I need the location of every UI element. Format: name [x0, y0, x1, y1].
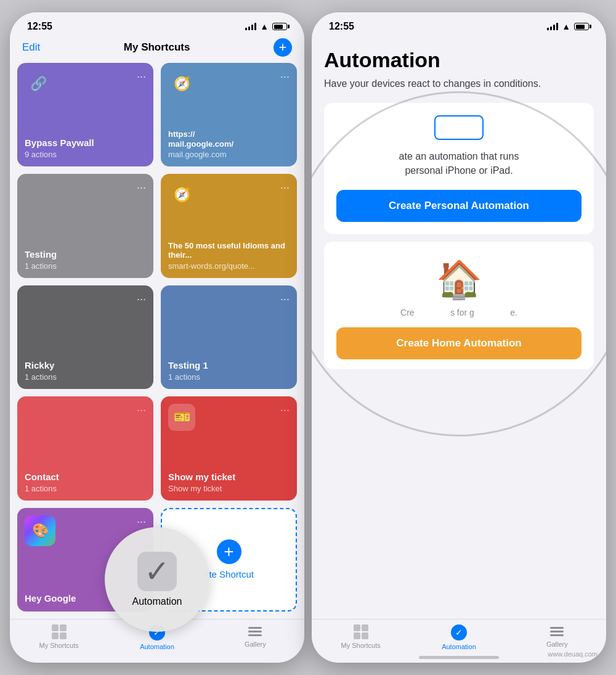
shortcut-contact[interactable]: ··· Contact 1 actions: [17, 396, 153, 500]
automation-home-card: 🏠 Cre s for g e. Create Home Automation: [324, 242, 594, 369]
show-ticket-name: Show my ticket: [168, 472, 290, 483]
testing-name: Testing: [25, 249, 146, 260]
shortcut-rickky[interactable]: ··· Rickky 1 actions: [17, 285, 153, 389]
contact-name: Contact: [25, 472, 146, 483]
battery-icon: [272, 23, 287, 30]
right-status-bar: 12:55 ▲: [312, 12, 606, 36]
testing-actions: 1 actions: [25, 261, 146, 271]
shortcut-mail-google[interactable]: 🧭 ··· https://mail.google.com/ mail.goog…: [161, 63, 297, 166]
bypass-paywall-actions: 9 actions: [25, 150, 146, 159]
mail-google-icon: 🧭: [168, 70, 195, 97]
my-shortcuts-tab-icon-right: [354, 624, 368, 639]
edit-button[interactable]: Edit: [22, 41, 40, 54]
bypass-paywall-icon: 🔗: [25, 70, 52, 97]
automation-tab-label-right: Automation: [442, 643, 476, 650]
phone-mockup-icon: [434, 115, 484, 140]
left-status-time: 12:55: [27, 21, 52, 32]
create-home-automation-button[interactable]: Create Home Automation: [336, 327, 582, 359]
my-shortcuts-tab-label-right: My Shortcuts: [341, 642, 381, 649]
create-personal-automation-button[interactable]: Create Personal Automation: [336, 190, 582, 222]
left-status-icons: ▲: [245, 22, 287, 31]
right-status-icons: ▲: [547, 22, 589, 31]
mail-google-more-button[interactable]: ···: [280, 70, 290, 83]
left-phone: 12:55 ▲ Edit My Shortcuts +: [10, 12, 304, 663]
my-shortcuts-tab-label: My Shortcuts: [39, 642, 79, 649]
rickky-name: Rickky: [25, 360, 146, 371]
tab-gallery-right[interactable]: Gallery: [508, 624, 606, 650]
show-ticket-subtitle: Show my ticket: [168, 484, 290, 493]
bypass-paywall-name: Bypass Paywall: [25, 137, 146, 149]
hey-google-more-button[interactable]: ···: [137, 515, 146, 528]
contact-more-button[interactable]: ···: [137, 404, 146, 417]
rickky-more-button[interactable]: ···: [137, 293, 146, 306]
signal-icon: [245, 23, 256, 30]
show-ticket-more-button[interactable]: ···: [280, 404, 290, 417]
tab-my-shortcuts-left[interactable]: My Shortcuts: [10, 624, 108, 650]
testing1-more-button[interactable]: ···: [280, 293, 290, 306]
idioms-more-button[interactable]: ···: [280, 181, 290, 194]
tab-automation-right[interactable]: ✓ Automation: [410, 624, 508, 650]
gallery-tab-label-left: Gallery: [245, 640, 266, 648]
automation-page-subtitle: Have your devices react to changes in co…: [324, 77, 594, 91]
gallery-tab-icon-right: [549, 624, 565, 638]
idioms-icon: 🧭: [168, 181, 195, 208]
automation-main-content: Automation Have your devices react to ch…: [312, 36, 606, 619]
home-automation-desc: Cre s for g e.: [336, 308, 582, 317]
shortcuts-title: My Shortcuts: [124, 41, 190, 54]
right-battery-icon: [574, 23, 589, 30]
wifi-icon: ▲: [260, 22, 269, 31]
bypass-paywall-more-button[interactable]: ···: [137, 70, 146, 83]
shortcut-bypass-paywall[interactable]: 🔗 ··· Bypass Paywall 9 actions: [17, 63, 153, 166]
automation-tab-label-left: Automation: [140, 643, 174, 650]
gallery-tab-icon-left: [247, 624, 263, 638]
testing1-name: Testing 1: [168, 360, 290, 371]
left-status-bar: 12:55 ▲: [10, 12, 304, 36]
tab-my-shortcuts-right[interactable]: My Shortcuts: [312, 624, 410, 650]
show-ticket-icon: 🎫: [168, 404, 195, 431]
testing-more-button[interactable]: ···: [137, 181, 146, 194]
automation-circle-icon: ✓: [137, 552, 177, 591]
right-wifi-icon: ▲: [562, 22, 570, 31]
idioms-subtitle: smart-words.org/quote...: [168, 261, 290, 271]
add-shortcut-header-button[interactable]: +: [274, 38, 292, 57]
add-shortcut-label: ate Shortcut: [204, 569, 254, 579]
shortcut-show-ticket[interactable]: 🎫 ··· Show my ticket Show my ticket: [161, 396, 297, 500]
mail-google-name: https://mail.google.com/: [168, 129, 290, 149]
automation-circle-label: Automation: [132, 596, 182, 607]
right-status-time: 12:55: [329, 21, 354, 32]
shortcut-testing1[interactable]: ··· Testing 1 1 actions: [161, 285, 297, 389]
hey-google-icon: 🎨: [25, 515, 55, 546]
tab-gallery-left[interactable]: Gallery: [206, 624, 304, 650]
mail-google-subtitle: mail.google.com: [168, 150, 290, 159]
add-shortcut-plus-icon: +: [217, 539, 241, 564]
right-signal-icon: [547, 23, 558, 30]
automation-circle-overlay: ✓ Automation: [105, 527, 209, 632]
shortcut-testing[interactable]: ··· Testing 1 actions: [17, 174, 153, 277]
contact-actions: 1 actions: [25, 484, 146, 493]
testing1-actions: 1 actions: [168, 372, 290, 382]
watermark: www.deuaq.com: [548, 650, 598, 658]
idioms-name: The 50 most useful Idioms and their...: [168, 241, 290, 260]
automation-personal-card: ate an automation that runspersonal iPho…: [324, 103, 594, 234]
rickky-actions: 1 actions: [25, 372, 146, 382]
automation-tab-icon-right: ✓: [451, 624, 467, 640]
home-indicator: [419, 656, 499, 659]
shortcuts-header: Edit My Shortcuts +: [10, 36, 304, 63]
right-phone: 12:55 ▲ Automation Have your devices rea…: [312, 12, 606, 663]
automation-card-description: ate an automation that runspersonal iPho…: [336, 150, 582, 178]
automation-page-title: Automation: [324, 48, 594, 72]
my-shortcuts-tab-icon: [52, 624, 67, 639]
home-automation-icon: 🏠: [336, 258, 582, 301]
gallery-tab-label-right: Gallery: [546, 640, 568, 648]
shortcut-idioms[interactable]: 🧭 ··· The 50 most useful Idioms and thei…: [161, 174, 297, 277]
